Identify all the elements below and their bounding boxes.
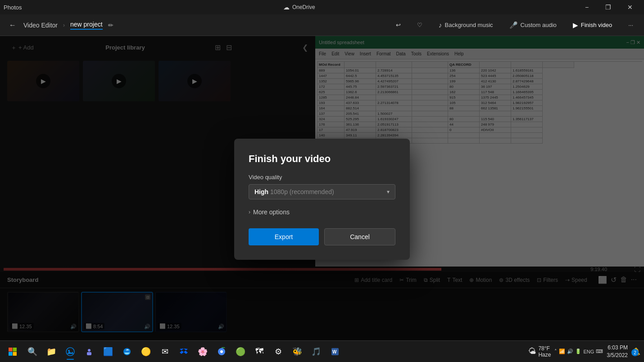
project-name: new project xyxy=(70,21,103,30)
windows-logo-icon xyxy=(8,347,17,356)
app-toolbar: ← Video Editor › new project ✏ ↩ ♡ ♪ Bac… xyxy=(0,14,644,36)
title-bar-left: Photos xyxy=(4,4,22,11)
more-options-toolbar-button[interactable]: ··· xyxy=(625,20,637,30)
taskbar-icon-13[interactable]: 🗺 xyxy=(250,343,268,361)
quality-resolution: 1080p (recommended) xyxy=(270,188,334,195)
cancel-button[interactable]: Cancel xyxy=(324,228,395,245)
onedrive-label: OneDrive xyxy=(292,4,315,10)
language-label: ENG xyxy=(583,349,594,354)
dropbox-logo-icon xyxy=(179,347,188,356)
wifi-icon[interactable]: 📶 xyxy=(559,348,565,354)
svg-marker-9 xyxy=(180,348,184,354)
svg-text:W: W xyxy=(332,349,337,354)
chrome-logo-icon xyxy=(217,347,226,356)
custom-audio-button[interactable]: 🎤 Custom audio xyxy=(506,19,560,31)
quality-label: Video quality xyxy=(249,174,395,181)
teams-icon[interactable] xyxy=(80,343,98,361)
back-button[interactable]: ← xyxy=(7,19,18,31)
search-taskbar-icon[interactable]: 🔍 xyxy=(23,343,41,361)
minimize-button[interactable]: − xyxy=(576,0,597,14)
word-icon[interactable]: W xyxy=(326,343,344,361)
weather-info: 78°F Haze xyxy=(538,345,551,358)
clock-date: 3/5/2022 xyxy=(607,352,628,359)
breadcrumb-separator: › xyxy=(63,22,65,28)
modal-title: Finish your video xyxy=(249,153,395,165)
taskbar-icon-12[interactable]: 🟢 xyxy=(231,343,249,361)
mail-icon[interactable]: ✉ xyxy=(156,343,174,361)
app-title-text: Photos xyxy=(4,4,22,11)
finish-video-label: Finish video xyxy=(581,22,612,28)
expand-tray-button[interactable]: ˄ xyxy=(554,348,557,354)
dropbox-icon[interactable] xyxy=(175,343,193,361)
folder-yellow-icon[interactable]: 🟡 xyxy=(137,343,155,361)
battery-icon: 🔋 xyxy=(575,348,581,354)
modal-buttons: Export Cancel xyxy=(249,228,395,245)
edge-icon[interactable] xyxy=(118,343,136,361)
bg-music-label: Background music xyxy=(445,22,493,28)
svg-rect-8 xyxy=(87,352,91,355)
undo-button[interactable]: ↩ xyxy=(392,20,404,30)
cloud-icon: ☁ xyxy=(283,4,290,11)
photos-icon xyxy=(66,347,75,356)
svg-point-12 xyxy=(220,350,223,353)
teams-logo-icon xyxy=(85,347,94,356)
onedrive-area: ☁ OneDrive xyxy=(283,4,315,11)
video-icon: ▶ xyxy=(573,21,578,29)
export-button[interactable]: Export xyxy=(249,228,319,245)
temperature: 78°F xyxy=(538,345,551,352)
more-options-label: More options xyxy=(253,208,290,216)
finish-video-modal: Finish your video Video quality High 108… xyxy=(234,139,410,260)
notification-count: 2 xyxy=(631,349,639,356)
taskbar-icon-16[interactable]: 🎵 xyxy=(307,343,325,361)
title-bar-controls: − ❐ ✕ xyxy=(576,0,640,14)
system-tray: ˄ 📶 🔊 🔋 ENG ⌨ xyxy=(554,348,603,354)
toolbar-actions: ↩ ♡ ♪ Background music 🎤 Custom audio ▶ … xyxy=(392,19,637,31)
quality-high: High xyxy=(254,188,268,195)
edge-logo-icon xyxy=(122,347,132,356)
weather-widget[interactable]: 🌤 78°F Haze xyxy=(528,345,551,358)
maximize-button[interactable]: ❐ xyxy=(598,0,619,14)
sound-icon[interactable]: 🔊 xyxy=(567,348,573,354)
svg-point-4 xyxy=(66,348,74,356)
heart-icon: ♡ xyxy=(417,22,422,28)
word-logo-icon: W xyxy=(331,347,340,356)
chrome-icon[interactable] xyxy=(213,343,231,361)
svg-rect-1 xyxy=(13,348,17,352)
taskbar-system-tray: 🌤 78°F Haze ˄ 📶 🔊 🔋 ENG ⌨ 6:03 PM 3/5/20… xyxy=(528,344,640,359)
finish-video-button[interactable]: ▶ Finish video xyxy=(569,19,616,31)
taskbar-icon-5[interactable]: 🟦 xyxy=(99,343,117,361)
svg-rect-2 xyxy=(9,352,13,356)
taskbar-app-icons: 🔍 📁 🟦 🟡 ✉ xyxy=(23,343,526,361)
taskbar-icon-10[interactable]: 🌸 xyxy=(194,343,212,361)
title-bar: Photos ☁ OneDrive − ❐ ✕ xyxy=(0,0,644,14)
svg-marker-10 xyxy=(184,348,188,354)
custom-audio-label: Custom audio xyxy=(521,22,557,28)
taskbar-icon-15[interactable]: 🐝 xyxy=(288,343,306,361)
notification-area[interactable]: 🔔 2 xyxy=(631,347,640,356)
settings-icon[interactable]: ⚙ xyxy=(269,343,287,361)
main-content: ＋ + Add Project library ⊞ ⊟ ❮ ▶ ▶ xyxy=(0,36,644,362)
file-explorer-icon[interactable]: 📁 xyxy=(42,343,60,361)
app-title: Video Editor xyxy=(23,22,58,29)
quality-value: High 1080p (recommended) xyxy=(254,188,334,195)
start-button[interactable] xyxy=(4,343,22,361)
sun-icon: 🌤 xyxy=(528,347,536,356)
edit-icon[interactable]: ✏ xyxy=(108,22,113,29)
clock-time: 6:03 PM xyxy=(607,344,628,352)
undo-icon: ↩ xyxy=(396,22,401,28)
modal-overlay: Finish your video Video quality High 108… xyxy=(0,36,644,362)
svg-marker-6 xyxy=(67,351,73,354)
quality-select[interactable]: High 1080p (recommended) ▾ xyxy=(249,184,395,199)
more-options-button[interactable]: › More options xyxy=(249,207,395,217)
taskbar: 🔍 📁 🟦 🟡 ✉ xyxy=(0,340,644,362)
close-button[interactable]: ✕ xyxy=(620,0,640,14)
background-music-button[interactable]: ♪ Background music xyxy=(435,19,496,31)
music-icon: ♪ xyxy=(439,21,442,29)
svg-point-7 xyxy=(88,349,91,352)
favorite-button[interactable]: ♡ xyxy=(413,20,426,30)
clock-widget[interactable]: 6:03 PM 3/5/2022 xyxy=(607,344,628,359)
chevron-right-icon: › xyxy=(249,209,250,215)
keyboard-icon: ⌨ xyxy=(596,348,603,354)
svg-rect-0 xyxy=(9,348,13,352)
photos-app-icon[interactable] xyxy=(61,343,79,361)
